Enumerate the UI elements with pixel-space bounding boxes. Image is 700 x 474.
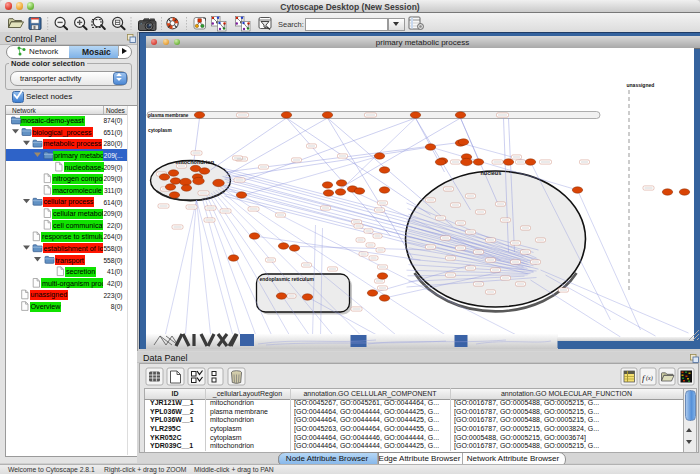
svg-text:endoplasmic reticulum: endoplasmic reticulum	[259, 276, 314, 282]
svg-text:plasma membrane: plasma membrane	[148, 113, 189, 118]
svg-text:unassigned: unassigned	[626, 82, 654, 88]
svg-text:(x): (x)	[646, 375, 653, 382]
svg-text:Search:: Search:	[278, 20, 304, 29]
svg-text:mitochondrion: mitochondrion	[175, 159, 214, 165]
svg-text:cytoplasm: cytoplasm	[148, 128, 172, 133]
svg-text:nucleus: nucleus	[480, 170, 501, 176]
